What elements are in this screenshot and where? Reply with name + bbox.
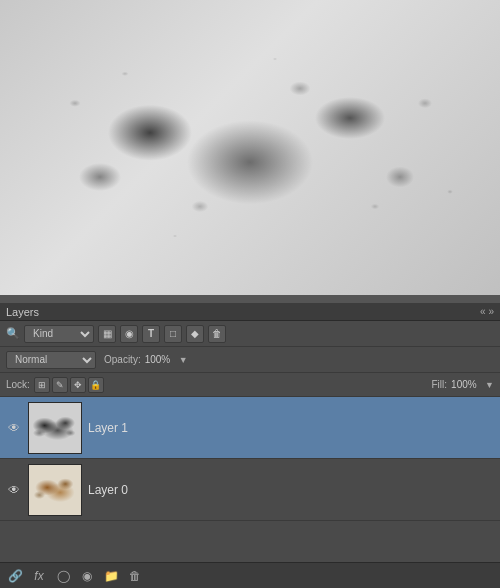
layers-panel: Layers « » 🔍 Kind ▦ ◉ T □ ◆ 🗑 Normal Opa… bbox=[0, 303, 500, 588]
toolbar-lock-row: Lock: ⊞ ✎ ✥ 🔒 Fill: 100% ▼ bbox=[0, 373, 500, 397]
new-layer-icon[interactable]: 🗑 bbox=[126, 567, 144, 585]
lock-icons-group: ⊞ ✎ ✥ 🔒 bbox=[34, 377, 104, 393]
shape-filter-icon[interactable]: □ bbox=[164, 325, 182, 343]
layer-visibility-toggle-0[interactable]: 👁 bbox=[6, 482, 22, 498]
layer-row-1[interactable]: 👁 Layer 1 bbox=[0, 397, 500, 459]
layer-visibility-toggle-1[interactable]: 👁 bbox=[6, 420, 22, 436]
canvas-image bbox=[0, 0, 500, 295]
layer-row-0[interactable]: 👁 Layer 0 bbox=[0, 459, 500, 521]
kind-select[interactable]: Kind bbox=[24, 325, 94, 343]
panel-bottom-toolbar: 🔗 fx ◯ ◉ 📁 🗑 bbox=[0, 562, 500, 588]
lock-label: Lock: bbox=[6, 379, 30, 390]
panel-collapse-arrows[interactable]: « » bbox=[480, 306, 494, 317]
toolbar-kind-row: 🔍 Kind ▦ ◉ T □ ◆ 🗑 bbox=[0, 321, 500, 347]
layer-thumbnail-0 bbox=[28, 464, 82, 516]
lock-move-icon[interactable]: ✥ bbox=[70, 377, 86, 393]
new-group-icon[interactable]: 📁 bbox=[102, 567, 120, 585]
lock-all-icon[interactable]: 🔒 bbox=[88, 377, 104, 393]
panel-divider bbox=[0, 295, 500, 303]
opacity-arrow-icon[interactable]: ▼ bbox=[179, 355, 188, 365]
add-mask-icon[interactable]: ◯ bbox=[54, 567, 72, 585]
opacity-label: Opacity: bbox=[104, 354, 141, 365]
fill-value[interactable]: 100% bbox=[451, 379, 481, 390]
adjustment-filter-icon[interactable]: ◉ bbox=[120, 325, 138, 343]
smart-filter-icon[interactable]: ◆ bbox=[186, 325, 204, 343]
delete-filter-icon[interactable]: 🗑 bbox=[208, 325, 226, 343]
panel-title: Layers bbox=[6, 306, 39, 318]
lock-checkerboard-icon[interactable]: ⊞ bbox=[34, 377, 50, 393]
toolbar-blend-row: Normal Opacity: 100% ▼ bbox=[0, 347, 500, 373]
fill-arrow-icon[interactable]: ▼ bbox=[485, 380, 494, 390]
layer-thumb-image-0 bbox=[29, 465, 81, 515]
layers-list: 👁 Layer 1 👁 Layer 0 bbox=[0, 397, 500, 521]
link-layers-icon[interactable]: 🔗 bbox=[6, 567, 24, 585]
lock-brush-icon[interactable]: ✎ bbox=[52, 377, 68, 393]
blend-mode-select[interactable]: Normal bbox=[6, 351, 96, 369]
search-icon: 🔍 bbox=[6, 327, 20, 340]
add-adjustment-icon[interactable]: ◉ bbox=[78, 567, 96, 585]
panel-header: Layers « » bbox=[0, 303, 500, 321]
opacity-value[interactable]: 100% bbox=[145, 354, 175, 365]
pixel-filter-icon[interactable]: ▦ bbox=[98, 325, 116, 343]
layer-thumbnail-1 bbox=[28, 402, 82, 454]
layer-name-1: Layer 1 bbox=[88, 421, 128, 435]
layer-name-0: Layer 0 bbox=[88, 483, 128, 497]
fill-label: Fill: bbox=[432, 379, 448, 390]
type-filter-icon[interactable]: T bbox=[142, 325, 160, 343]
fx-icon[interactable]: fx bbox=[30, 567, 48, 585]
layer-thumb-image-1 bbox=[29, 403, 81, 453]
canvas-area bbox=[0, 0, 500, 295]
